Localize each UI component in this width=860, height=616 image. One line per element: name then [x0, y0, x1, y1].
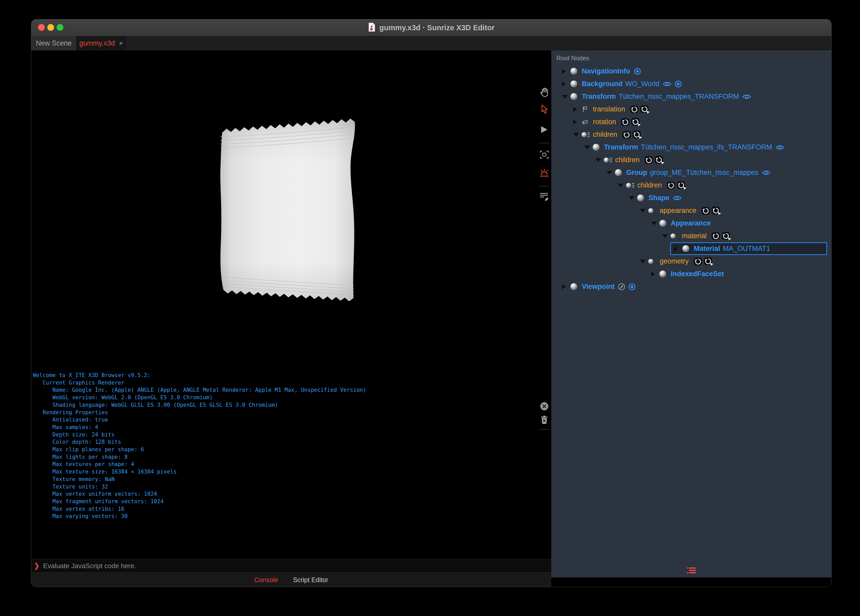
tree-row-transform[interactable]: TransformTütchen_rissc_mappes_TRANSFORM [551, 90, 831, 103]
console-prompt-row[interactable]: ❯ Evaluate JavaScript code here. [31, 559, 551, 572]
tree-row-material[interactable]: material [551, 229, 831, 242]
tab-script-editor[interactable]: Script Editor [293, 576, 328, 584]
expander-down-icon[interactable] [651, 222, 659, 225]
expander-down-icon[interactable] [607, 171, 615, 174]
route-connector-icons[interactable] [667, 181, 687, 190]
expander-right-icon[interactable] [562, 69, 570, 74]
field-name-label: translation [593, 105, 625, 113]
expander-down-icon[interactable] [629, 196, 637, 200]
expander-right-icon[interactable] [674, 246, 683, 251]
tree-row-material[interactable]: MaterialMA_OUTMAT1 [551, 242, 831, 255]
node-type-label: Group [626, 169, 647, 177]
pan-hand-icon[interactable] [539, 86, 549, 99]
expander-down-icon[interactable] [640, 260, 648, 263]
route-connector-icons[interactable] [701, 206, 722, 215]
tree-row-group[interactable]: Groupgroup_ME_Tütchen_rissc_mappes [551, 166, 831, 179]
node-sphere-icon [570, 93, 582, 100]
console-line: Max vertex attribs: 16 [33, 505, 366, 513]
expander-right-icon[interactable] [651, 272, 659, 277]
tree-row-children[interactable]: children [551, 154, 831, 166]
expander-down-icon[interactable] [640, 209, 648, 212]
eye-visibility-icon[interactable] [775, 144, 785, 151]
route-connector-icons[interactable] [630, 105, 650, 114]
tab-console[interactable]: Console [254, 576, 278, 584]
target-dot-icon[interactable] [634, 68, 641, 75]
title-bar: gummy.x3d · Sunrize X3D Editor [31, 19, 831, 36]
route-connector-icons[interactable] [621, 118, 641, 126]
field-sphere-icon [648, 208, 660, 213]
node-type-label: IndexedFaceSet [671, 270, 724, 278]
tree-row-viewpoint[interactable]: Viewpoint [551, 280, 831, 293]
tree-row-children[interactable]: children [551, 179, 831, 192]
field-name-label: rotation [593, 118, 616, 126]
clear-console-trash-icon[interactable] [540, 415, 548, 426]
tree-row-background[interactable]: BackgroundWO_World [551, 78, 831, 90]
console-line: Texture memory: NaN [33, 476, 366, 483]
outline-footer [551, 564, 831, 577]
tree-row-translation[interactable]: translation [551, 103, 831, 116]
console-line: Max texture size: 16384 × 16384 pixels [33, 468, 366, 476]
tab-gummy-x3d[interactable]: gummy.x3d × [77, 36, 126, 50]
eye-visibility-icon[interactable] [742, 93, 752, 100]
close-console-icon[interactable] [540, 402, 549, 412]
close-tab-icon[interactable]: × [119, 39, 123, 47]
tab-new-scene[interactable]: New Scene [31, 36, 77, 50]
x3d-viewport[interactable] [31, 50, 551, 371]
tree-row-appearance[interactable]: appearance [551, 204, 831, 217]
tree-row-shape[interactable]: Shape [551, 192, 831, 204]
console-line: Name: Google Inc. (Apple) ANGLE (Apple, … [33, 387, 366, 394]
tree-row-children[interactable]: children [551, 128, 831, 141]
expander-down-icon[interactable] [562, 95, 570, 99]
node-sphere-icon [659, 270, 671, 278]
route-connector-icons[interactable] [622, 130, 643, 139]
document-tab-bar: New Scene gummy.x3d × [31, 36, 831, 50]
target-dot-icon[interactable] [674, 80, 682, 88]
children-field-icon [604, 157, 615, 163]
tree-row-navigationinfo[interactable]: NavigationInfo [551, 65, 831, 78]
tab-label: gummy.x3d [79, 39, 115, 47]
tree-row-indexedfaceset[interactable]: IndexedFaceSet [551, 268, 831, 280]
frame-view-icon[interactable] [539, 150, 549, 160]
console-line: WebGL version: WebGL 2.0 (OpenGL ES 3.0 … [33, 394, 366, 401]
expander-down-icon[interactable] [584, 146, 593, 149]
expander-right-icon[interactable] [573, 107, 582, 112]
tree-row-transform[interactable]: TransformTütchen_rissc_mappes_ifs_TRANSF… [551, 141, 831, 154]
node-sphere-icon [570, 68, 582, 75]
editor-left-column: Welcome to X_ITE X3D Browser v9.5.2: Cur… [31, 50, 551, 587]
expander-right-icon[interactable] [573, 119, 582, 125]
expander-right-icon[interactable] [562, 284, 570, 289]
tool-wrench-icon[interactable] [618, 283, 626, 291]
console-output: Welcome to X_ITE X3D Browser v9.5.2: Cur… [33, 372, 366, 520]
route-connector-icons[interactable] [711, 232, 732, 240]
light-icon[interactable] [539, 168, 549, 179]
target-dot-icon[interactable] [628, 283, 636, 291]
expander-right-icon[interactable] [562, 82, 570, 86]
field-name-label: children [615, 156, 640, 164]
play-icon[interactable] [540, 125, 549, 135]
route-connector-icons[interactable] [644, 156, 665, 165]
node-type-label: NavigationInfo [582, 67, 630, 75]
node-def-name: WO_World [626, 80, 660, 88]
node-sphere-icon [570, 283, 582, 290]
console-line: Texture units: 32 [33, 483, 366, 490]
translation-field-icon [582, 106, 593, 113]
eye-visibility-icon[interactable] [662, 81, 672, 87]
field-name-label: children [637, 181, 662, 189]
eye-visibility-icon[interactable] [673, 195, 682, 201]
console-line: Welcome to X_ITE X3D Browser v9.5.2: [33, 372, 366, 379]
tree-row-geometry[interactable]: geometry [551, 255, 831, 268]
tree-row-appearance[interactable]: Appearance [551, 217, 831, 229]
expander-down-icon[interactable] [595, 158, 604, 162]
expander-down-icon[interactable] [618, 184, 626, 187]
expander-down-icon[interactable] [662, 234, 670, 238]
package-3d-object[interactable] [217, 117, 359, 306]
expander-down-icon[interactable] [573, 133, 582, 137]
console-input-placeholder[interactable]: Evaluate JavaScript code here. [43, 562, 136, 570]
script-edit-icon[interactable] [539, 192, 549, 202]
route-connector-icons[interactable] [694, 257, 714, 266]
console-line: Current Graphics Renderer [33, 379, 366, 387]
node-list-icon[interactable] [687, 567, 696, 575]
eye-visibility-icon[interactable] [761, 170, 771, 176]
select-arrow-icon[interactable] [540, 104, 549, 116]
tree-row-rotation[interactable]: rotation [551, 116, 831, 128]
